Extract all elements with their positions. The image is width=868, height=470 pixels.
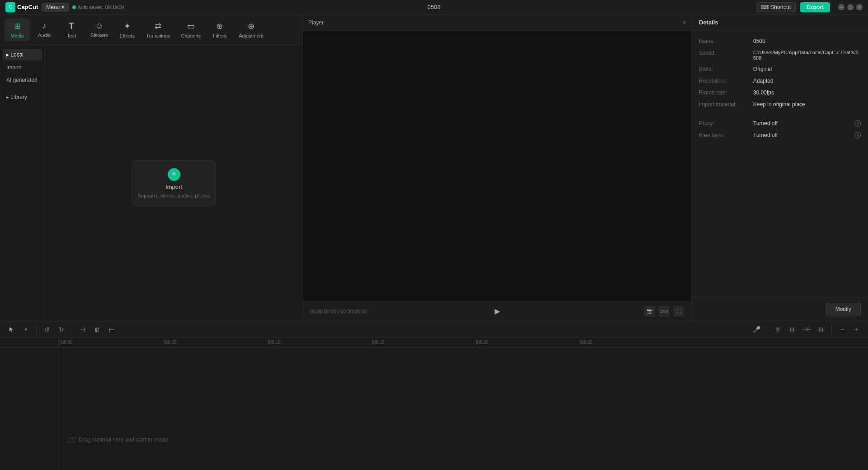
track-trim-tool[interactable]: ⊡ [815, 324, 827, 335]
redo-button[interactable]: ↻ [56, 324, 67, 335]
detail-label-ratio: Ratio: [699, 66, 753, 72]
detail-value-saved: C:/Users/MyPC/AppData/Local/CapCut Draft… [753, 50, 861, 61]
detail-value-name: 0508 [753, 38, 861, 44]
cursor-dropdown[interactable]: ▾ [20, 324, 32, 335]
maximize-button[interactable]: □ [847, 4, 854, 10]
details-footer: Modify [692, 297, 868, 321]
track-snap-tool[interactable]: ⊡ [786, 324, 798, 335]
adjustment-icon: ⊕ [248, 21, 255, 31]
toolbar-item-text[interactable]: T Text [59, 18, 84, 41]
snapshot-icon[interactable]: 📷 [644, 306, 655, 317]
detail-label-name: Name: [699, 38, 753, 44]
track-link-tool[interactable]: ⊞ [772, 324, 783, 335]
sidebar-item-import[interactable]: Import [3, 61, 42, 73]
mic-icon[interactable]: 🎤 [750, 324, 762, 335]
detail-label-free-layer: Free layer: [699, 132, 753, 138]
detail-row-import-material: Import material: Keep in original place [699, 101, 861, 108]
transitions-icon: ⇄ [155, 21, 161, 31]
import-box[interactable]: + Import Supports: videos, audios, photo… [132, 160, 216, 206]
autosave-indicator: Auto saved: 09:19:34 [72, 5, 125, 10]
track-labels [0, 348, 59, 470]
titlebar-left: C CapCut Menu ▾ Auto saved: 09:19:34 [5, 2, 125, 12]
ruler-mark-25: |00:25 [579, 338, 593, 347]
detail-row-name: Name: 0508 [699, 38, 861, 44]
toolbar-item-effects[interactable]: ✦ Effects [114, 19, 140, 41]
filters-icon: ⊛ [216, 21, 223, 31]
ruler-mark-5: |00:05 [163, 338, 177, 347]
detail-label-import-material: Import material: [699, 101, 753, 108]
project-title: 0508 [428, 4, 441, 10]
drop-hint-text: Drag material here and start to create [79, 437, 169, 443]
player-panel: Player ≡ 00:00:00:00 / 00:00:00:00 ▶ 📷 1… [303, 14, 692, 321]
free-layer-info-icon[interactable]: ℹ [854, 132, 861, 138]
drop-hint: ▭ Drag material here and start to create [68, 437, 169, 443]
detail-value-proxy: Turned off [753, 120, 853, 127]
transitions-label: Transitions [146, 33, 170, 38]
text-icon: T [69, 21, 74, 31]
ruler-track-label [0, 338, 59, 347]
captions-icon: ▭ [187, 21, 195, 31]
details-panel: Details Name: 0508 Saved: C:/Users/MyPC/… [692, 14, 868, 321]
details-header: Details [692, 14, 868, 31]
adjustment-label: Adjustment [239, 33, 264, 38]
delete-tool[interactable]: 🗑 [91, 324, 103, 335]
sidebar-item-local[interactable]: ▸ Local [3, 49, 42, 61]
captions-label: Captions [181, 33, 201, 38]
export-button[interactable]: Export [800, 2, 830, 12]
toolbar-item-audio[interactable]: ♪ Audio [32, 19, 57, 41]
window-controls: – □ × [838, 4, 863, 10]
logo-icon: C [5, 2, 15, 12]
tl-separator-4 [831, 325, 832, 334]
main-layout: ⊞ Media ♪ Audio T Text ☺ Stickers ✦ Effe… [0, 14, 868, 321]
tl-separator-2 [72, 325, 72, 334]
audio-icon: ♪ [42, 21, 47, 31]
ruler-marks: |00:00 |00:05 |00:10 |00:15 |00:20 |00:2… [59, 338, 868, 347]
shortcut-button[interactable]: ⌨ Shortcut [756, 2, 796, 12]
media-label: Media [10, 33, 24, 38]
play-button[interactable]: ▶ [491, 305, 504, 318]
toolbar-item-filters[interactable]: ⊛ Filters [207, 19, 232, 41]
proxy-info-icon[interactable]: ℹ [854, 120, 861, 127]
ruler-mark-0: |00:00 [59, 338, 73, 347]
track-split-tool[interactable]: ⊣⊢ [801, 324, 812, 335]
tl-separator-3 [767, 325, 767, 334]
player-right-controls: 📷 16:9 ⛶ [644, 306, 684, 317]
minimize-button[interactable]: – [838, 4, 844, 10]
detail-row-saved: Saved: C:/Users/MyPC/AppData/Local/CapCu… [699, 50, 861, 61]
detail-value-framerate: 30.00fps [753, 89, 861, 96]
track-area: ▭ Drag material here and start to create [59, 348, 868, 470]
toolbar-item-media[interactable]: ⊞ Media [5, 19, 30, 41]
toolbar-item-stickers[interactable]: ☺ Stickers [86, 19, 113, 41]
detail-row-proxy: Proxy: Turned off ℹ [699, 120, 861, 127]
current-time: 00:00:00:00 [310, 309, 336, 314]
zoom-out-tool[interactable]: − [836, 324, 848, 335]
timeline-right-tools: 🎤 ⊞ ⊡ ⊣⊢ ⊡ − + [750, 324, 863, 335]
player-time-display: 00:00:00:00 / 00:00:00:00 [310, 309, 367, 314]
fullscreen-icon[interactable]: ⛶ [673, 306, 684, 317]
ratio-icon[interactable]: 16:9 [659, 306, 670, 317]
ruler-mark-20: |00:20 [475, 338, 489, 347]
player-menu-icon[interactable]: ≡ [683, 19, 686, 26]
sidebar-item-library[interactable]: ▸ Library [3, 91, 42, 103]
timeline-toolbar: ▾ ↺ ↻ ⊣ 🗑 ⊢ 🎤 ⊞ ⊡ ⊣⊢ ⊡ − + [0, 321, 868, 338]
undo-button[interactable]: ↺ [41, 324, 53, 335]
text-label: Text [67, 33, 76, 38]
toolbar-item-transitions[interactable]: ⇄ Transitions [142, 19, 175, 41]
sidebar-item-ai-generated[interactable]: AI generated [3, 74, 42, 86]
trim-tool[interactable]: ⊢ [106, 324, 118, 335]
effects-label: Effects [119, 33, 134, 38]
toolbar-item-adjustment[interactable]: ⊕ Adjustment [234, 19, 268, 41]
close-button[interactable]: × [856, 4, 863, 10]
menu-button[interactable]: Menu ▾ [42, 3, 68, 12]
modify-button[interactable]: Modify [826, 303, 861, 315]
app-logo: C CapCut [5, 2, 38, 12]
detail-label-saved: Saved: [699, 50, 753, 56]
split-tool[interactable]: ⊣ [77, 324, 89, 335]
timeline-ruler: |00:00 |00:05 |00:10 |00:15 |00:20 |00:2… [0, 338, 868, 348]
zoom-in-tool[interactable]: + [851, 324, 863, 335]
player-controls: 00:00:00:00 / 00:00:00:00 ▶ 📷 16:9 ⛶ [303, 301, 691, 321]
details-title: Details [699, 19, 718, 26]
toolbar-item-captions[interactable]: ▭ Captions [177, 19, 205, 41]
cursor-tool[interactable] [5, 324, 17, 335]
media-panel: ▸ Local Import AI generated ▸ Library [0, 45, 302, 321]
